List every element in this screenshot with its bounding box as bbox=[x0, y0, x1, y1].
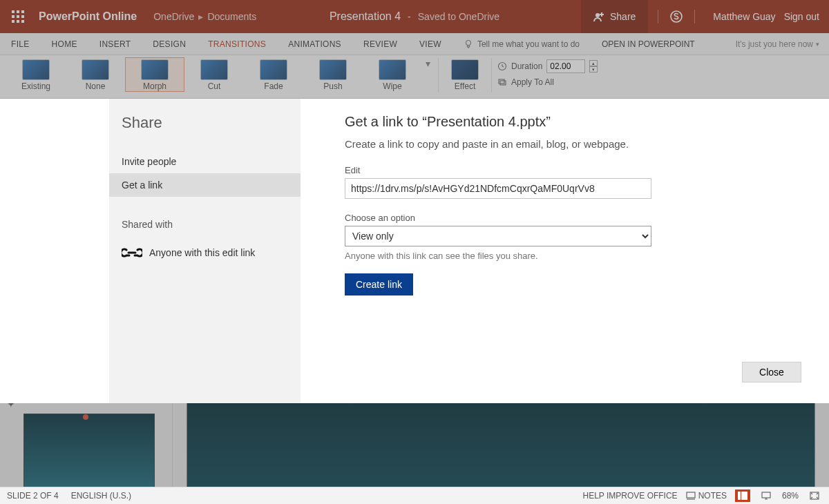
get-link-title: Get a link to “Presentation 4.pptx” bbox=[345, 114, 801, 130]
open-in-powerpoint[interactable]: OPEN IN POWERPOINT bbox=[591, 33, 706, 55]
notes-label: NOTES bbox=[698, 491, 727, 501]
chevron-right-icon: ▸ bbox=[198, 11, 203, 22]
svg-rect-8 bbox=[21, 20, 24, 23]
skype-icon bbox=[669, 10, 683, 23]
ribbon-transitions: Existing None Morph Cut Fade Push Wipe ▾… bbox=[0, 55, 829, 99]
svg-rect-1 bbox=[17, 10, 19, 13]
user-name[interactable]: Matthew Guay bbox=[713, 11, 775, 22]
apply-to-all-button[interactable]: Apply To All bbox=[497, 77, 598, 87]
share-dialog-main: Get a link to “Presentation 4.pptx” Crea… bbox=[301, 99, 829, 403]
tell-me-placeholder: Tell me what you want to do bbox=[477, 39, 580, 49]
link-icon bbox=[122, 246, 142, 259]
shared-with-label: Shared with bbox=[122, 219, 301, 230]
language-indicator[interactable]: ENGLISH (U.S.) bbox=[71, 491, 131, 501]
transition-label: None bbox=[86, 81, 106, 91]
status-bar: SLIDE 2 OF 4 ENGLISH (U.S.) HELP IMPROVE… bbox=[0, 487, 829, 504]
save-status: Saved to OneDrive bbox=[408, 11, 499, 22]
notes-icon bbox=[686, 492, 696, 500]
waffle-icon bbox=[12, 10, 24, 23]
tab-design[interactable]: DESIGN bbox=[142, 33, 197, 55]
presence-indicator[interactable]: It's just you here now ▾ bbox=[726, 33, 829, 55]
fit-to-window-button[interactable] bbox=[807, 490, 822, 502]
transition-label: Push bbox=[323, 81, 342, 91]
transition-label: Cut bbox=[208, 81, 221, 91]
tab-file[interactable]: FILE bbox=[0, 33, 41, 55]
tab-transitions[interactable]: TRANSITIONS bbox=[197, 33, 277, 55]
breadcrumb-documents[interactable]: Documents bbox=[207, 11, 256, 22]
file-title[interactable]: Presentation 4 bbox=[330, 10, 401, 23]
notes-toggle[interactable]: NOTES bbox=[686, 491, 727, 501]
share-dialog-sidebar: Share Invite people Get a link Shared wi… bbox=[109, 99, 301, 403]
tab-home[interactable]: HOME bbox=[41, 33, 88, 55]
tab-review[interactable]: REVIEW bbox=[352, 33, 408, 55]
share-link-input[interactable] bbox=[345, 178, 651, 199]
get-link-subtitle: Create a link to copy and paste in an em… bbox=[345, 138, 801, 150]
breadcrumb: OneDrive ▸ Documents bbox=[153, 11, 256, 22]
svg-rect-4 bbox=[17, 15, 19, 18]
app-launcher-button[interactable] bbox=[6, 4, 30, 29]
breadcrumb-onedrive[interactable]: OneDrive bbox=[153, 11, 194, 22]
shared-with-entry[interactable]: Anyone with this edit link bbox=[122, 246, 301, 259]
apply-all-label: Apply To All bbox=[511, 77, 554, 87]
transition-cut[interactable]: Cut bbox=[185, 58, 243, 91]
normal-view-button[interactable] bbox=[735, 490, 750, 502]
slideshow-view-button[interactable] bbox=[759, 490, 774, 502]
app-name: PowerPoint Online bbox=[39, 10, 137, 23]
tab-insert[interactable]: INSERT bbox=[88, 33, 142, 55]
transition-wipe[interactable]: Wipe bbox=[363, 58, 421, 91]
share-icon bbox=[593, 11, 604, 22]
transition-none[interactable]: None bbox=[66, 58, 124, 91]
share-dialog-title: Share bbox=[122, 114, 301, 132]
tab-animations[interactable]: ANIMATIONS bbox=[277, 33, 352, 55]
clock-icon bbox=[497, 61, 507, 71]
apply-all-icon bbox=[497, 77, 507, 87]
share-nav-get-link[interactable]: Get a link bbox=[109, 173, 301, 197]
transition-existing[interactable]: Existing bbox=[7, 58, 65, 91]
transition-gallery-more[interactable]: ▾ bbox=[423, 58, 432, 69]
ribbon-tabs: FILE HOME INSERT DESIGN TRANSITIONS ANIM… bbox=[0, 33, 829, 55]
help-improve-link[interactable]: HELP IMPROVE OFFICE bbox=[582, 491, 677, 501]
zoom-level[interactable]: 68% bbox=[782, 491, 799, 501]
slide-thumbnail[interactable] bbox=[23, 414, 155, 488]
svg-rect-6 bbox=[12, 20, 15, 23]
transition-label: Morph bbox=[143, 81, 166, 91]
duration-input[interactable] bbox=[546, 59, 585, 73]
svg-rect-13 bbox=[499, 79, 504, 84]
svg-rect-15 bbox=[687, 492, 695, 498]
transition-push[interactable]: Push bbox=[304, 58, 362, 91]
svg-point-9 bbox=[595, 13, 600, 17]
presence-text: It's just you here now bbox=[736, 39, 813, 49]
sign-out-link[interactable]: Sign out bbox=[784, 11, 819, 22]
transition-morph[interactable]: Morph bbox=[126, 58, 184, 91]
normal-view-icon bbox=[738, 492, 747, 500]
share-button-label: Share bbox=[610, 11, 636, 22]
create-link-button[interactable]: Create link bbox=[345, 273, 413, 295]
svg-rect-2 bbox=[21, 10, 24, 13]
title-bar: PowerPoint Online OneDrive ▸ Documents P… bbox=[0, 0, 829, 33]
close-button[interactable]: Close bbox=[742, 362, 801, 382]
share-nav-invite-people[interactable]: Invite people bbox=[109, 150, 301, 173]
transition-timing-group: Duration ▴▾ Apply To All bbox=[497, 58, 598, 87]
link-permission-select[interactable]: View only bbox=[345, 226, 651, 246]
svg-rect-7 bbox=[17, 20, 19, 23]
share-button[interactable]: Share bbox=[581, 0, 648, 33]
svg-rect-5 bbox=[21, 15, 24, 18]
tab-view[interactable]: VIEW bbox=[408, 33, 452, 55]
transition-label: Wipe bbox=[383, 81, 401, 91]
transition-fade[interactable]: Fade bbox=[245, 58, 303, 91]
svg-rect-16 bbox=[738, 492, 741, 500]
permission-hint: Anyone with this link can see the files … bbox=[345, 251, 801, 261]
skype-button[interactable] bbox=[668, 8, 685, 25]
slide-counter[interactable]: SLIDE 2 OF 4 bbox=[7, 491, 59, 501]
svg-rect-0 bbox=[12, 10, 15, 13]
duration-spinner[interactable]: ▴▾ bbox=[589, 60, 598, 72]
svg-rect-14 bbox=[500, 81, 506, 85]
svg-rect-18 bbox=[762, 492, 770, 498]
transition-label: Existing bbox=[21, 81, 50, 91]
svg-rect-3 bbox=[12, 15, 15, 18]
effect-options-button[interactable]: Effect bbox=[444, 58, 486, 91]
svg-rect-17 bbox=[741, 492, 747, 500]
chevron-down-icon: ▾ bbox=[816, 41, 819, 48]
tell-me-search[interactable]: Tell me what you want to do bbox=[452, 33, 591, 55]
choose-option-label: Choose an option bbox=[345, 213, 801, 223]
